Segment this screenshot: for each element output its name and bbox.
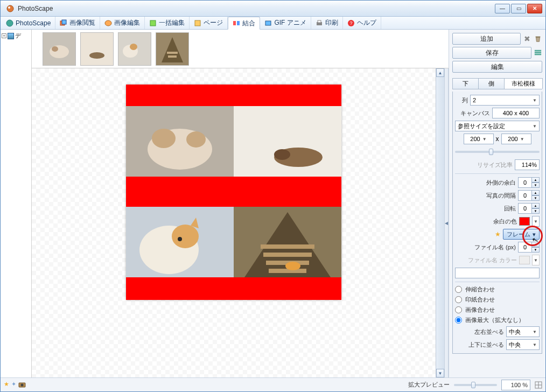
thumbnail[interactable] [80, 32, 114, 66]
minimize-button[interactable]: — [495, 4, 510, 13]
outer-margin-spinner[interactable]: ▲▼ [518, 177, 540, 188]
slider-thumb[interactable] [471, 382, 475, 388]
spin-up[interactable]: ▲ [532, 177, 540, 183]
svg-point-51 [21, 383, 24, 386]
filename-px-input[interactable] [518, 242, 532, 253]
tab-batch[interactable]: 一括編集 [145, 17, 190, 29]
resize-slider[interactable] [455, 151, 540, 153]
print-icon [316, 19, 323, 27]
tab-viewer[interactable]: 画像閲覧 [55, 17, 100, 29]
tab-side[interactable]: 側 [478, 78, 505, 89]
app-window: PhotoScape — ▭ ✕ PhotoScape 画像閲覧 画像編集 一括… [0, 0, 546, 392]
spin-up[interactable]: ▲ [532, 242, 540, 247]
bgcolor-dropdown[interactable]: ▼ [532, 216, 540, 227]
expand-icon[interactable]: + [2, 33, 6, 38]
collage-canvas[interactable] [126, 85, 341, 300]
star-icon[interactable]: ★ [4, 381, 9, 389]
wand-icon[interactable]: ✦ [11, 381, 16, 389]
thumbnail[interactable] [43, 32, 76, 66]
svg-rect-41 [261, 244, 314, 249]
collage-cell[interactable] [126, 106, 234, 177]
vertical-scrollbar[interactable]: ▲ ▼ [436, 68, 444, 377]
window-buttons: — ▭ ✕ [495, 4, 542, 13]
add-button[interactable]: 追加 [452, 33, 521, 45]
spin-down[interactable]: ▼ [532, 208, 540, 214]
slider-thumb[interactable] [489, 149, 493, 155]
valign-select[interactable]: 中央▼ [506, 339, 540, 350]
gap-spinner[interactable]: ▲▼ [518, 190, 540, 201]
fit-paper-radio[interactable]: 印紙合わせ [455, 296, 540, 304]
halign-label: 左右並べる [455, 328, 504, 336]
spin-down[interactable]: ▼ [532, 195, 540, 201]
svg-rect-47 [535, 50, 541, 52]
filename-px-spinner[interactable]: ▲▼ [518, 242, 540, 253]
tab-print[interactable]: 印刷 [311, 17, 343, 29]
gap-label: 写真の間隔 [455, 192, 516, 200]
spin-up[interactable]: ▲ [532, 190, 540, 195]
tab-gif[interactable]: GIF アニメ [260, 17, 311, 29]
remove-icon[interactable]: ✖ [523, 34, 531, 43]
spin-down[interactable]: ▼ [532, 247, 540, 253]
tree-root[interactable]: + デ [2, 32, 30, 40]
svg-point-0 [7, 5, 13, 12]
collage-cell[interactable] [126, 207, 234, 277]
fit-image-radio[interactable]: 画像合わせ [455, 306, 540, 314]
maximize-button[interactable]: ▭ [511, 4, 526, 13]
canvas-size-field[interactable]: 400 x 400 [492, 108, 540, 118]
edit-button[interactable]: 編集 [452, 61, 542, 73]
tab-help[interactable]: ?ヘルプ [343, 17, 381, 29]
frame-button[interactable]: フレーム▾ [503, 229, 540, 240]
tab-editor[interactable]: 画像編集 [100, 17, 145, 29]
zoom-slider[interactable] [454, 384, 497, 386]
zoom-label: 拡大プレビュー [408, 381, 450, 389]
fit-max-radio[interactable]: 画像最大（拡大なし） [455, 316, 540, 324]
halign-select[interactable]: 中央▼ [506, 326, 540, 337]
layout-tabs: 下 側 市松模様 [452, 78, 542, 89]
bgcolor-label: 余白の色 [455, 218, 517, 226]
collage-cell[interactable] [234, 207, 341, 277]
filename-text-field[interactable] [455, 268, 540, 278]
photos-icon [60, 19, 67, 27]
tab-photoscape[interactable]: PhotoScape [2, 17, 55, 29]
batch-icon [149, 19, 157, 27]
svg-text:?: ? [349, 20, 352, 26]
resize-ratio-field[interactable]: 114% [515, 159, 540, 170]
thumbnail[interactable] [156, 32, 189, 66]
spin-down[interactable]: ▼ [532, 183, 540, 188]
tab-page[interactable]: ページ [190, 17, 228, 29]
fit-stretch-radio[interactable]: 伸縮合わせ [455, 285, 540, 293]
scroll-up-button[interactable]: ▲ [436, 68, 444, 77]
bgcolor-swatch[interactable] [519, 217, 530, 226]
svg-rect-6 [150, 20, 156, 26]
thumbnail[interactable] [118, 32, 151, 66]
trash-icon[interactable] [534, 34, 542, 43]
filename-color-swatch [519, 256, 530, 264]
reference-size-select[interactable]: 参照サイズを設定▼ [455, 121, 540, 131]
cell-height-field[interactable]: 200▼ [501, 134, 531, 144]
tab-checker[interactable]: 市松模様 [504, 78, 543, 89]
save-button[interactable]: 保存 [452, 47, 531, 59]
collage-cell[interactable] [234, 106, 341, 177]
outer-margin-input[interactable] [518, 177, 532, 188]
svg-rect-10 [265, 21, 271, 25]
rotate-spinner[interactable]: ▲▼ [518, 203, 540, 214]
scroll-down-button[interactable]: ▼ [436, 369, 444, 377]
splitter[interactable]: ◀ [444, 68, 449, 377]
tab-combine[interactable]: 結合 [228, 17, 260, 30]
tab-down[interactable]: 下 [452, 78, 479, 89]
canvas-area[interactable] [32, 68, 436, 377]
list-icon[interactable] [534, 48, 542, 57]
svg-rect-25 [167, 52, 178, 54]
gap-input[interactable] [518, 190, 532, 201]
svg-point-5 [105, 20, 111, 26]
close-button[interactable]: ✕ [527, 4, 542, 13]
fit-icon[interactable] [535, 381, 542, 389]
spin-up[interactable]: ▲ [532, 203, 540, 208]
zoom-field[interactable]: 100 % [501, 380, 530, 390]
scroll-rail[interactable] [436, 77, 444, 369]
columns-select[interactable]: 2▼ [470, 95, 540, 106]
camera-icon[interactable] [18, 381, 26, 389]
rotate-input[interactable] [518, 203, 532, 214]
folder-tree[interactable]: + デ [1, 30, 32, 377]
cell-width-field[interactable]: 200▼ [464, 134, 494, 144]
